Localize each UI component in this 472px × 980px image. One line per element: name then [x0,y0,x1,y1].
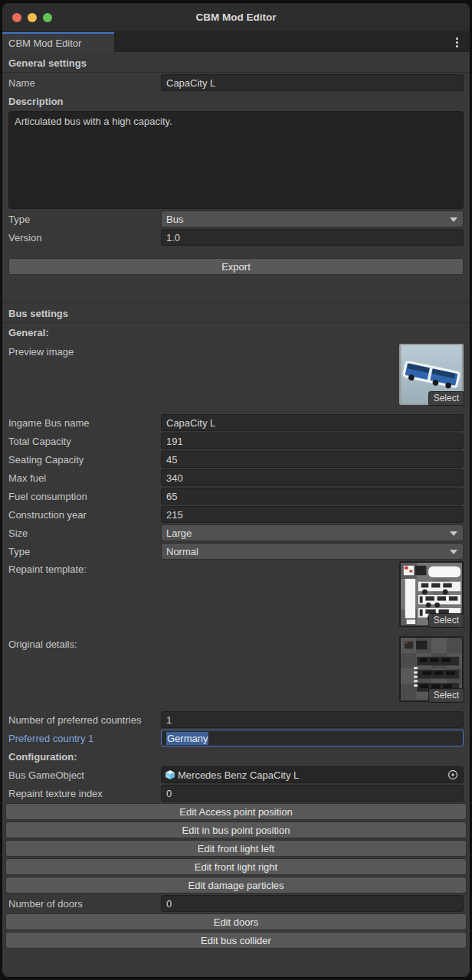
seating-capacity-row: Seating Capacity 45 [8,451,464,468]
edit-bus-collider-button[interactable]: Edit bus collider [5,932,467,949]
kebab-menu-icon[interactable] [451,35,462,49]
bus-type-label: Type [8,546,161,557]
version-input[interactable]: 1.0 [161,229,464,246]
type-dropdown-value: Bus [166,214,183,225]
preferred-countries-count-row: Number of preferred countries 1 [8,711,464,728]
repaint-template-label: Repaint template: [8,561,399,575]
bus-type-row: Type Normal [8,543,464,560]
original-details-thumbnail[interactable]: Select [399,636,464,702]
repaint-texture-index-row: Repaint texture index 0 [8,785,464,802]
max-fuel-row: Max fuel 340 [8,469,464,486]
total-capacity-label: Total Capacity [8,436,161,447]
window-title: CBM Mod Editor [196,11,277,23]
version-row: Version 1.0 [8,229,464,246]
fuel-consumption-input[interactable]: 65 [161,488,464,505]
repaint-template-thumbnail[interactable]: Select [399,561,464,627]
edit-access-point-button[interactable]: Edit Access point position [5,803,467,820]
preferred-country-1-row: Preferred country 1 Germany [8,730,464,746]
number-of-doors-row: Number of doors 0 [8,895,464,912]
fuel-consumption-label: Fuel consumption [8,491,161,502]
size-dropdown-value: Large [166,528,192,539]
general-settings-header: General settings [2,52,470,73]
minimize-button[interactable] [28,13,37,22]
chevron-down-icon [450,531,457,536]
edit-front-light-left-button[interactable]: Edit front light left [5,840,467,857]
title-bar: CBM Mod Editor [2,3,470,32]
chevron-down-icon [450,217,457,222]
circle-dot-icon [447,769,458,780]
preferred-country-1-label: Preferred country 1 [8,733,161,744]
edit-doors-button[interactable]: Edit doors [5,913,467,930]
preview-image-label: Preview image [8,344,399,358]
preview-select-button[interactable]: Select [428,391,464,406]
edit-damage-particles-button[interactable]: Edit damage particles [5,877,467,893]
total-capacity-row: Total Capacity 191 [8,433,464,449]
bus-gameobject-label: Bus GameObject [8,769,161,781]
type-label: Type [8,214,161,225]
preferred-country-1-input[interactable]: Germany [161,730,464,746]
original-details-label: Original details: [8,636,399,650]
size-row: Size Large [8,524,464,541]
version-label: Version [8,232,161,243]
edit-front-light-right-button[interactable]: Edit front light right [5,858,467,875]
ingame-bus-name-input[interactable]: CapaCity L [161,414,464,431]
export-button[interactable]: Export [8,258,464,275]
size-label: Size [8,528,161,539]
name-label: Name [8,77,161,89]
edit-in-bus-point-button[interactable]: Edit in bus point position [5,822,467,838]
tab-label: CBM Mod Editor [8,38,81,49]
tab-cbm-mod-editor[interactable]: CBM Mod Editor [2,32,114,52]
construction-year-label: Construction year [8,509,161,521]
preview-image-thumbnail[interactable]: Select [399,344,464,405]
object-picker-icon[interactable] [446,768,460,782]
close-button[interactable] [12,13,21,22]
bus-gameobject-value: Mercedes Benz CapaCity L [175,769,446,781]
original-details-row: Original details: [8,636,464,707]
fuel-consumption-row: Fuel consumption 65 [8,488,464,505]
inspector-content: General settings Name CapaCity L Descrip… [2,52,470,977]
max-fuel-input[interactable]: 340 [161,469,464,486]
name-row: Name CapaCity L [8,74,464,91]
traffic-lights [12,13,52,22]
zoom-button[interactable] [43,13,52,22]
type-dropdown[interactable]: Bus [161,211,464,227]
repaint-texture-index-input[interactable]: 0 [161,785,464,802]
seating-capacity-input[interactable]: 45 [161,451,464,468]
bus-type-dropdown[interactable]: Normal [161,543,464,560]
preview-image-row: Preview image [8,344,464,410]
repaint-texture-index-label: Repaint texture index [8,788,161,799]
preferred-countries-count-input[interactable]: 1 [161,711,464,728]
original-details-select-button[interactable]: Select [428,688,464,703]
bus-gameobject-row: Bus GameObject Mercedes Benz CapaCity L [8,766,464,783]
repaint-select-button[interactable]: Select [428,613,464,628]
bus-settings-header: Bus settings [2,302,470,323]
size-dropdown[interactable]: Large [161,524,464,541]
cbm-mod-editor-window: CBM Mod Editor CBM Mod Editor General se… [2,2,470,978]
repaint-template-row: Repaint template: [8,561,464,632]
tab-bar: CBM Mod Editor [2,32,470,52]
prefab-cube-icon [165,769,175,780]
bus-type-dropdown-value: Normal [166,546,198,557]
description-textarea[interactable]: Articulated bus with a high capacity. [8,111,464,209]
name-input[interactable]: CapaCity L [161,74,464,91]
type-row: Type Bus [8,211,464,227]
general-subheading: General: [2,323,470,342]
number-of-doors-label: Number of doors [8,898,161,910]
construction-year-input[interactable]: 215 [161,506,464,523]
ingame-name-row: Ingame Bus name CapaCity L [8,414,464,431]
number-of-doors-input[interactable]: 0 [161,895,464,912]
configuration-heading: Configuration: [8,748,464,765]
total-capacity-input[interactable]: 191 [161,433,464,449]
chevron-down-icon [450,550,457,554]
description-label: Description [8,93,464,109]
bus-gameobject-field[interactable]: Mercedes Benz CapaCity L [161,766,464,783]
construction-year-row: Construction year 215 [8,506,464,523]
ingame-bus-name-label: Ingame Bus name [8,417,161,429]
max-fuel-label: Max fuel [8,472,161,484]
selected-text: Germany [166,732,208,745]
preferred-countries-count-label: Number of preferred countries [8,714,161,726]
seating-capacity-label: Seating Capacity [8,454,161,466]
